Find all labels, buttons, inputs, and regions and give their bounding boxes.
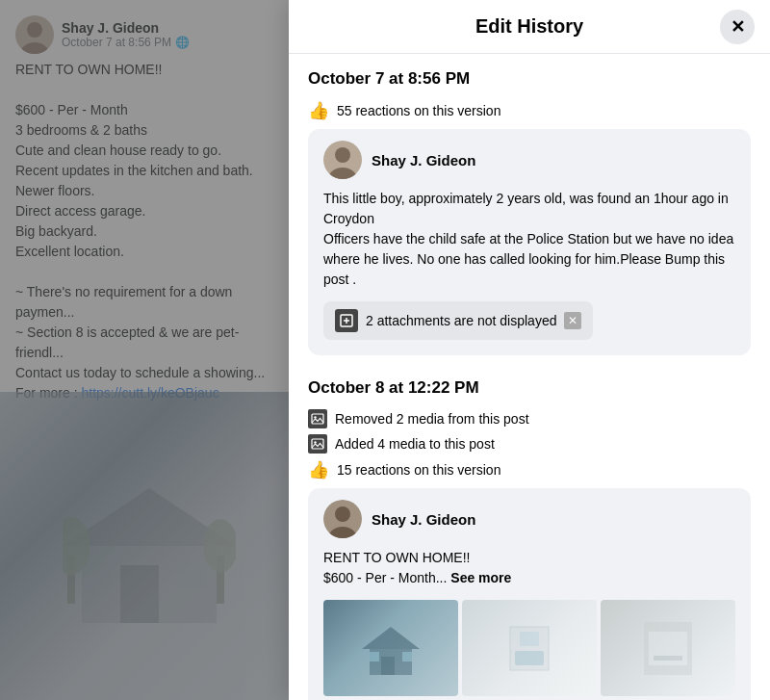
section-2-avatar	[323, 500, 362, 538]
modal-header: Edit History ✕	[289, 0, 770, 54]
section-2-reactions: 👍 15 reactions on this version	[308, 459, 751, 480]
svg-rect-27	[381, 657, 395, 675]
svg-point-13	[335, 147, 350, 163]
svg-point-23	[335, 506, 350, 522]
section-1-post-card: Shay J. Gideon This little boy, approxim…	[308, 129, 751, 355]
section-2-date: October 8 at 12:22 PM	[308, 363, 751, 409]
media-removed-label: Removed 2 media from this post	[335, 411, 529, 427]
media-added-icon	[308, 434, 327, 454]
section-1-post-header: Shay J. Gideon	[323, 141, 735, 179]
section-2-media-removed: Removed 2 media from this post	[308, 409, 751, 428]
attachment-label: 2 attachments are not displayed	[366, 313, 556, 328]
svg-rect-31	[515, 651, 544, 665]
svg-rect-35	[654, 656, 682, 661]
svg-rect-20	[312, 439, 323, 449]
svg-rect-18	[312, 414, 323, 424]
see-more-link[interactable]: See more	[450, 570, 511, 585]
section-2-post-header: Shay J. Gideon	[323, 500, 735, 538]
modal-content: October 7 at 8:56 PM 👍 55 reactions on t…	[289, 54, 770, 700]
section-2-post-author: Shay J. Gideon	[372, 511, 475, 528]
thumbs-up-icon-2: 👍	[308, 459, 329, 480]
post-image-2	[462, 600, 597, 696]
attachment-icon	[335, 309, 358, 332]
media-removed-icon	[308, 409, 327, 428]
section-2-post-body: RENT TO OWN HOME!! $600 - Per - Month...…	[323, 548, 735, 588]
svg-rect-29	[402, 652, 412, 661]
attachments-badge: 2 attachments are not displayed ✕	[323, 301, 593, 340]
section-2-post-card: Shay J. Gideon RENT TO OWN HOME!! $600 -…	[308, 488, 751, 700]
svg-rect-28	[370, 652, 379, 661]
section-2-media-added: Added 4 media to this post	[308, 434, 751, 454]
section-1-date: October 7 at 8:56 PM	[308, 54, 751, 100]
section-1-post-author: Shay J. Gideon	[372, 152, 475, 169]
media-added-label: Added 4 media to this post	[335, 436, 495, 452]
edit-history-modal: Edit History ✕ October 7 at 8:56 PM 👍 55…	[289, 0, 770, 700]
attachment-x-icon: ✕	[564, 312, 581, 329]
history-section-1: October 7 at 8:56 PM 👍 55 reactions on t…	[308, 54, 751, 355]
section-1-avatar	[323, 141, 362, 179]
close-button[interactable]: ✕	[720, 10, 755, 44]
modal-title: Edit History	[475, 15, 583, 38]
section-1-post-body: This little boy, approximately 2 years o…	[323, 189, 735, 290]
svg-rect-32	[520, 632, 539, 646]
section-1-reactions: 👍 55 reactions on this version	[308, 100, 751, 121]
post-image-1	[323, 600, 458, 696]
svg-marker-26	[362, 627, 420, 649]
thumbs-up-icon: 👍	[308, 100, 329, 121]
history-section-2: October 8 at 12:22 PM Removed 2 media fr…	[308, 363, 751, 700]
post-images	[323, 600, 735, 696]
post-image-3	[601, 600, 735, 696]
